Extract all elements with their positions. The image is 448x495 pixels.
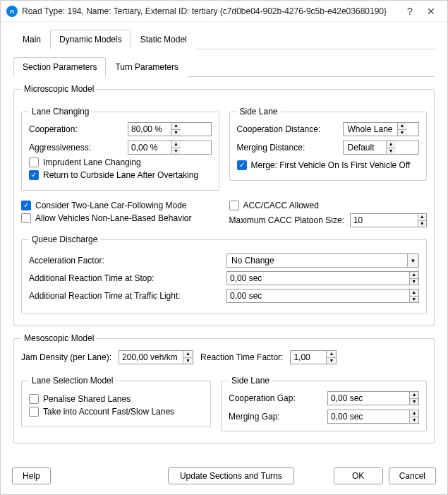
aggressiveness-label: Aggressiveness: [29,143,128,153]
return-curbside-checkbox[interactable]: Return to Curbside Lane After Overtaking [29,170,212,180]
meso-side-lane-legend: Side Lane [229,376,272,386]
non-lane-label: Allow Vehicles Non-Lane-Based Behavior [35,213,191,223]
queue-discharge-group: Queue Discharge Acceleration Factor: No … [21,234,427,314]
up-arrow-icon: ▲ [387,141,396,148]
spinner-arrows[interactable]: ▲▼ [326,351,336,364]
lane-selection-legend: Lane Selection Model [29,376,116,386]
ok-button[interactable]: OK [334,467,383,484]
spinner-arrows[interactable]: ▲▼ [171,141,181,154]
max-cacc-label: Maximum CACC Platoon Size: [229,215,344,225]
spinner-arrows[interactable]: ▲▼ [171,123,181,136]
microscopic-legend: Microscopic Model [21,84,97,94]
penalise-checkbox[interactable]: Penalise Shared Lanes [29,394,203,404]
accel-factor-label: Acceleration Factor: [29,256,226,266]
checkbox-icon [29,170,39,180]
down-arrow-icon: ▼ [410,297,418,303]
coop-gap-label: Cooperation Gap: [229,393,327,403]
checkbox-icon [229,201,239,210]
cooperation-input[interactable] [128,123,171,136]
spinner-arrows[interactable]: ▲▼ [397,123,407,136]
merge-distance-label: Merging Distance: [237,143,343,153]
down-arrow-icon: ▼ [387,148,396,155]
coop-distance-value: Whole Lane [344,123,397,136]
spinner-arrows[interactable]: ▲▼ [409,392,418,405]
down-arrow-icon: ▼ [171,130,181,136]
tab-main[interactable]: Main [13,30,50,49]
accel-factor-select[interactable]: No Change ▼ [226,254,419,268]
titlebar: n Road Type: 194, Name: Tertiary, Extern… [1,1,447,22]
two-lane-checkbox[interactable]: Consider Two-Lane Car-Following Mode [21,201,219,210]
checkbox-icon [237,160,247,170]
spinner-arrows[interactable]: ▲▼ [418,214,426,227]
down-arrow-icon: ▼ [410,279,418,285]
tab-section-parameters[interactable]: Section Parameters [13,57,106,77]
spinner-arrows[interactable]: ▲▼ [409,272,418,285]
chevron-down-icon[interactable]: ▼ [407,254,418,267]
down-arrow-icon: ▼ [418,221,426,227]
rtf-input[interactable] [291,351,326,364]
merge-distance-value: Default [344,141,386,154]
tab-turn-parameters[interactable]: Turn Parameters [106,57,188,77]
aggressiveness-input[interactable] [128,141,171,154]
tab-dynamic-models[interactable]: Dynamic Models [50,30,131,49]
cancel-button[interactable]: Cancel [389,467,436,484]
art-stop-input[interactable] [227,272,409,285]
spinner-arrows[interactable]: ▲▼ [386,141,396,154]
up-arrow-icon: ▲ [410,290,418,297]
non-lane-checkbox[interactable]: Allow Vehicles Non-Lane-Based Behavior [21,213,219,223]
help-button[interactable]: Help [12,467,51,484]
lane-changing-legend: Lane Changing [29,107,92,117]
merge-gap-spinner[interactable]: ▲▼ [327,410,419,424]
checkbox-icon [29,407,39,417]
up-arrow-icon: ▲ [171,141,181,148]
mesoscopic-model-group: Mesoscopic Model Jam Density (per Lane):… [13,333,435,443]
coop-gap-spinner[interactable]: ▲▼ [327,391,419,405]
close-icon[interactable]: ✕ [420,6,442,17]
spinner-arrows[interactable]: ▲▼ [183,351,193,364]
up-arrow-icon: ▲ [410,410,418,417]
jam-density-label: Jam Density (per Lane): [21,352,111,362]
mesoscopic-legend: Mesoscopic Model [21,333,97,343]
checkbox-icon [29,157,39,167]
imprudent-checkbox[interactable]: Imprudent Lane Changing [29,157,212,167]
up-arrow-icon: ▲ [410,272,418,279]
jam-density-input[interactable] [119,351,183,364]
rtf-spinner[interactable]: ▲▼ [290,350,337,364]
fast-slow-label: Take into Account Fast/Slow Lanes [43,407,174,417]
merge-fifo-checkbox[interactable]: Merge: First Vehicle On Is First Vehicle… [237,160,420,170]
tab-static-model[interactable]: Static Model [131,30,196,49]
down-arrow-icon: ▼ [171,148,181,155]
up-arrow-icon: ▲ [183,351,193,358]
aggressiveness-spinner[interactable]: ▲▼ [128,141,212,155]
side-lane-group: Side Lane Cooperation Distance: Whole La… [229,107,428,181]
art-stop-spinner[interactable]: ▲▼ [226,271,419,285]
spinner-arrows[interactable]: ▲▼ [409,290,418,302]
update-sections-button[interactable]: Update Sections and Turns [168,467,294,484]
up-arrow-icon: ▲ [418,214,426,221]
lane-changing-group: Lane Changing Cooperation: ▲▼ Aggressive… [21,107,219,191]
accel-factor-value: No Change [227,254,407,267]
content-area: Main Dynamic Models Static Model Section… [1,22,447,460]
coop-distance-select[interactable]: Whole Lane ▲▼ [343,122,420,136]
max-cacc-input[interactable] [351,214,418,227]
art-tl-input[interactable] [227,290,409,302]
checkbox-icon [21,201,31,210]
cooperation-spinner[interactable]: ▲▼ [128,122,212,136]
acc-cacc-checkbox[interactable]: ACC/CACC Allowed [229,201,428,210]
meso-side-lane-group: Side Lane Cooperation Gap: ▲▼ Merging Ga… [221,376,427,431]
jam-density-spinner[interactable]: ▲▼ [119,350,193,364]
coop-gap-input[interactable] [328,392,409,405]
side-lane-legend: Side Lane [237,107,281,117]
spinner-arrows[interactable]: ▲▼ [409,410,418,423]
art-tl-spinner[interactable]: ▲▼ [226,289,419,303]
help-icon[interactable]: ? [399,6,420,17]
merge-gap-input[interactable] [328,410,409,423]
merge-distance-select[interactable]: Default ▲▼ [343,141,420,155]
sub-tabs: Section Parameters Turn Parameters [13,56,435,77]
app-icon: n [6,6,18,17]
lane-selection-group: Lane Selection Model Penalise Shared Lan… [21,376,211,427]
up-arrow-icon: ▲ [327,351,336,358]
fast-slow-checkbox[interactable]: Take into Account Fast/Slow Lanes [29,407,203,417]
max-cacc-spinner[interactable]: ▲▼ [350,213,427,227]
merge-gap-label: Merging Gap: [229,412,327,422]
